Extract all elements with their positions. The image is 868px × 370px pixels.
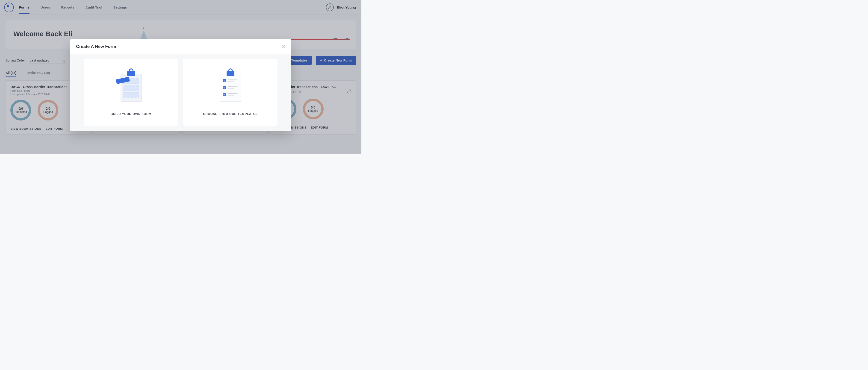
svg-rect-15 — [227, 87, 238, 87]
svg-rect-2 — [127, 71, 135, 76]
svg-rect-17 — [223, 93, 226, 96]
svg-rect-13 — [227, 81, 234, 82]
svg-rect-12 — [227, 79, 238, 80]
svg-rect-5 — [123, 86, 139, 91]
modal-title: Create A New Form — [76, 44, 116, 49]
svg-rect-18 — [227, 93, 238, 94]
svg-rect-16 — [227, 88, 234, 89]
close-icon[interactable]: ✕ — [281, 44, 285, 49]
svg-rect-9 — [226, 71, 235, 76]
create-form-modal: Create A New Form ✕ BUILD YOUR OWN FORM — [70, 39, 291, 131]
svg-rect-14 — [223, 86, 226, 89]
clipboard-template-icon — [213, 67, 248, 106]
modal-backdrop[interactable]: Create A New Form ✕ BUILD YOUR OWN FORM — [0, 0, 362, 154]
build-own-form-option[interactable]: BUILD YOUR OWN FORM — [84, 59, 178, 126]
option-label: CHOOSE FROM OUR TEMPLATES — [203, 112, 258, 116]
svg-rect-19 — [227, 95, 234, 96]
option-label: BUILD YOUR OWN FORM — [111, 112, 151, 116]
clipboard-build-icon — [114, 67, 149, 106]
svg-rect-11 — [223, 79, 226, 82]
svg-rect-6 — [123, 92, 139, 97]
choose-template-option[interactable]: CHOOSE FROM OUR TEMPLATES — [183, 59, 278, 126]
